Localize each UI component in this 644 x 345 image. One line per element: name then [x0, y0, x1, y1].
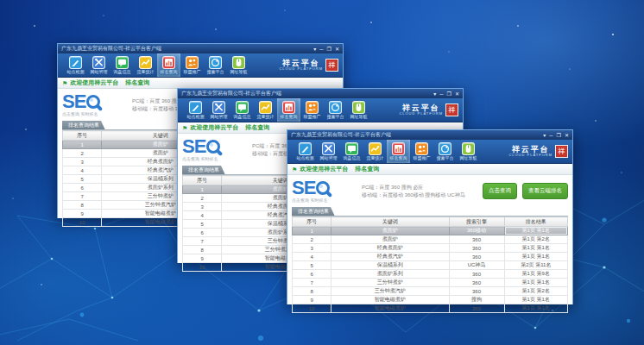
table-row[interactable]: 2煮面炉360第1页 第2名: [293, 235, 568, 244]
table-row[interactable]: 9智能电磁煮炉搜狗第1页 第1名: [293, 296, 568, 304]
toolbar-item-alliance-promo[interactable]: 联盟推广: [300, 98, 324, 122]
table-row[interactable]: 3经典煮面炉360第1页 第1名: [293, 244, 568, 253]
maximize-button[interactable]: ❐: [447, 91, 451, 97]
toolbar-item-traffic-stats[interactable]: 流量统计: [363, 140, 387, 163]
toolbar-item-rank-query[interactable]: 排名查询: [277, 98, 300, 122]
toolbar-item-url-nav[interactable]: 网址导航: [347, 98, 370, 122]
cell-rank: 第2页 第11名: [504, 261, 567, 270]
cell-engine: UC神马: [449, 261, 504, 270]
message-icon: [116, 56, 129, 69]
minimize-button[interactable]: ─: [439, 91, 443, 97]
message-icon: [345, 142, 358, 155]
toolbar-item-rank-query[interactable]: 排名查询: [387, 140, 410, 163]
mobile-engines-line: 移动端：百度移动 360移动 搜狗移动 UC神马: [362, 191, 483, 199]
table-row[interactable]: 6煮面炉系列360第1页 第9名: [293, 270, 568, 279]
toolbar-item-url-nav[interactable]: 网址导航: [227, 53, 250, 77]
tab-rank-results[interactable]: 排名查询结果: [62, 121, 105, 130]
tools-icon: [212, 101, 225, 114]
toolbar-item-traffic-stats[interactable]: 流量统计: [254, 98, 277, 122]
mouse-icon: [232, 56, 245, 69]
toolbar-item-alliance-promo[interactable]: 联盟推广: [180, 53, 204, 77]
brand-subtitle: CLOUD PLATFORM: [399, 112, 443, 116]
close-button[interactable]: ✕: [565, 133, 569, 138]
cell-no: 10: [63, 218, 102, 227]
people-icon: [415, 142, 428, 155]
toolbar-item-label: 流量统计: [367, 156, 384, 160]
close-button[interactable]: ✕: [455, 91, 459, 97]
cell-rank: 第1页 第2名: [504, 235, 567, 244]
toolbar-item-label: 排名查询: [161, 70, 178, 74]
brand-subtitle: CLOUD PLATFORM: [279, 67, 323, 71]
table-row[interactable]: 10智能电磁煮炉360第1页 第1名: [293, 304, 568, 313]
close-button[interactable]: ✕: [335, 47, 339, 52]
results-table-body: 1煮面炉360移动第1页 第1名2煮面炉360第1页 第2名3经典煮面炉360第…: [293, 227, 568, 313]
flag-icon: ⚑: [292, 166, 297, 172]
app-window-front: 广东九鼎王业贸易有限公司-祥云平台客户端 ▾ ─ ❐ ✕ 站点检测网站管理询盘信…: [287, 129, 573, 304]
toolbar-item-traffic-stats[interactable]: 流量统计: [134, 53, 157, 77]
table-row[interactable]: 7三分钟煮炉360第1页 第1名: [293, 279, 568, 287]
toolbar-item-label: 网址导航: [350, 115, 368, 119]
toolbar-item-alliance-promo[interactable]: 联盟推广: [410, 140, 433, 163]
cell-keyword: 经典煮面炉: [331, 244, 449, 253]
toolbar-item-site-manage[interactable]: 网站管理: [317, 140, 340, 163]
compass-icon: [329, 101, 342, 114]
cell-rank: 第1页 第2名: [504, 287, 567, 296]
cell-no: 7: [183, 237, 222, 246]
message-icon: [236, 101, 249, 114]
cell-no: 1: [63, 141, 102, 149]
query-button[interactable]: 点击查询: [483, 183, 517, 199]
minimize-button[interactable]: ─: [549, 133, 552, 138]
maximize-button[interactable]: ❐: [557, 133, 561, 138]
table-row[interactable]: 8三分钟煮汽炉360第1页 第2名: [293, 287, 568, 296]
cell-rank: 第1页 第1名: [504, 279, 567, 287]
toolbar-item-search-platform[interactable]: 搜索平台: [324, 98, 347, 122]
toolbar-item-site-check[interactable]: 站点检测: [184, 98, 207, 122]
window-controls: ▾ ─ ❐ ✕: [543, 133, 569, 138]
welcome-text: 欢迎使用祥云平台: [70, 78, 118, 87]
cell-no: 5: [63, 175, 102, 184]
menu-down-button[interactable]: ▾: [543, 133, 546, 138]
toolbar-item-label: 联盟推广: [414, 156, 431, 160]
toolbar-item-site-check[interactable]: 站点检测: [294, 140, 317, 163]
brand-badge-icon: 祥: [555, 145, 568, 158]
toolbar-item-search-platform[interactable]: 搜索平台: [433, 140, 457, 163]
toolbar-item-site-check[interactable]: 站点检测: [64, 53, 87, 77]
cell-no: 4: [63, 166, 102, 175]
toolbar-item-url-nav[interactable]: 网址导航: [457, 140, 480, 163]
toolbar-item-site-manage[interactable]: 网站管理: [207, 98, 230, 122]
line-chart-icon: [259, 101, 272, 114]
toolbar-item-inquiry-info[interactable]: 询盘信息: [110, 53, 134, 77]
toolbar-item-search-platform[interactable]: 搜索平台: [204, 53, 227, 77]
column-header: 序号: [293, 217, 331, 227]
tab-rank-results[interactable]: 排名查询结果: [182, 166, 225, 175]
window-controls: ▾ ─ ❐ ✕: [313, 47, 339, 52]
minimize-button[interactable]: ─: [319, 47, 323, 52]
window-titlebar[interactable]: 广东九鼎王业贸易有限公司-祥云平台客户端 ▾ ─ ❐ ✕: [178, 89, 463, 98]
maximize-button[interactable]: ❐: [327, 47, 331, 52]
main-toolbar: 站点检测网站管理询盘信息流量统计排名查询联盟推广搜索平台网址导航 祥云平台 CL…: [178, 98, 463, 122]
cell-no: 7: [63, 192, 102, 201]
toolbar-item-label: 搜索平台: [207, 70, 224, 74]
toolbar-item-site-manage[interactable]: 网站管理: [87, 53, 110, 77]
tab-rank-results[interactable]: 排名查询结果: [292, 207, 335, 216]
brand-subtitle: CLOUD PLATFORM: [508, 154, 552, 157]
table-row[interactable]: 4经典煮汽炉360第1页 第1名: [293, 253, 568, 261]
cell-keyword: 保温桶系列: [331, 261, 449, 270]
table-row[interactable]: 5保温桶系列UC神马第2页 第11名: [293, 261, 568, 270]
table-row[interactable]: 1煮面炉360移动第1页 第1名: [293, 227, 568, 235]
engine-list: PC端：百度 360 搜狗 必应 移动端：百度移动 360移动 搜狗移动 UC神…: [362, 184, 483, 199]
cloud-rank-button[interactable]: 查看云端排名: [522, 183, 568, 199]
cell-engine: 360: [449, 279, 504, 287]
cell-no: 5: [293, 261, 331, 270]
menu-down-button[interactable]: ▾: [313, 47, 316, 52]
menu-down-button[interactable]: ▾: [433, 91, 436, 97]
toolbar-item-label: 站点检测: [67, 70, 85, 74]
toolbar-item-inquiry-info[interactable]: 询盘信息: [340, 140, 363, 163]
seo-logo-text: SE: [182, 138, 205, 155]
window-titlebar[interactable]: 广东九鼎王业贸易有限公司-祥云平台客户端 ▾ ─ ❐ ✕: [58, 44, 343, 53]
toolbar-item-inquiry-info[interactable]: 询盘信息: [230, 98, 254, 122]
seo-tagline: 点击查询 实时排名: [292, 198, 357, 203]
window-titlebar[interactable]: 广东九鼎王业贸易有限公司-祥云平台客户端 ▾ ─ ❐ ✕: [287, 130, 572, 140]
cell-no: 7: [293, 279, 331, 287]
toolbar-item-rank-query[interactable]: 排名查询: [157, 53, 180, 77]
